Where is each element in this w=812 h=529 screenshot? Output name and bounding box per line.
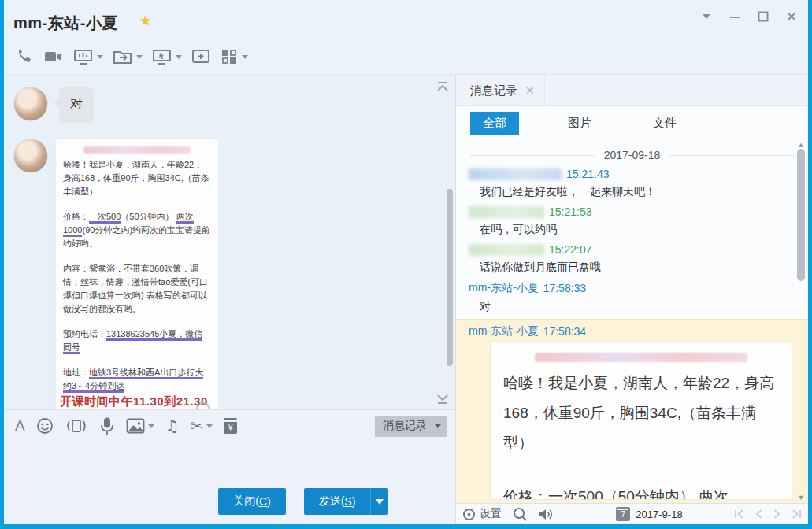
message-time: 15:22:07 (549, 243, 592, 256)
filter-tab-files[interactable]: 文件 (640, 112, 689, 135)
avatar[interactable] (13, 139, 48, 173)
preview-greeting: 哈喽！我是小夏，湖南人，年龄22，身高168，体重90斤，胸围34C,（苗条丰满… (503, 368, 779, 458)
message-input[interactable] (4, 442, 455, 482)
chat-scrollbar[interactable] (447, 189, 453, 366)
music-icon[interactable]: ♫ (165, 416, 180, 435)
history-tab[interactable]: 消息记录 ✕ (456, 75, 545, 106)
settings-button[interactable]: 设置 (462, 507, 502, 521)
vip-star-icon: ★ (139, 13, 151, 29)
remote-desktop-icon[interactable] (152, 47, 182, 66)
font-style-icon[interactable]: A (15, 417, 25, 435)
window-shake-icon[interactable] (65, 417, 88, 435)
screenshot-caret[interactable] (206, 424, 213, 428)
screen-share-caret[interactable] (97, 55, 103, 59)
avatar[interactable] (13, 87, 48, 121)
redacted-name (469, 206, 544, 218)
jump-to-bottom-icon[interactable] (436, 394, 449, 405)
speaker-icon[interactable] (538, 508, 554, 521)
create-group-icon[interactable] (191, 47, 210, 66)
image-icon[interactable] (126, 417, 154, 435)
ad-image-message[interactable]: 哈喽！我是小夏，湖南人，年龄22，身高168，体重90斤，胸围34C,（苗条丰满… (56, 139, 218, 442)
qq-chat-window: mm-东站-小夏 ★ (0, 0, 812, 529)
redacted-name (469, 168, 562, 180)
card-schedule: 开课时间中午11.30到21.30 (60, 394, 211, 408)
close-icon[interactable] (781, 6, 802, 27)
first-page-icon[interactable] (734, 509, 744, 519)
history-toggle-caret (435, 424, 441, 428)
jump-to-top-icon[interactable] (436, 81, 449, 92)
price-once: 一次500 (89, 212, 121, 224)
ad-image-preview[interactable]: 哈喽！我是小夏，湖南人，年龄22，身高168，体重90斤，胸围34C,（苗条丰满… (491, 342, 792, 499)
next-page-icon[interactable] (773, 509, 780, 519)
redacted-name (469, 244, 544, 256)
message-text: 对 (480, 297, 808, 316)
scrollbar-thumb[interactable] (797, 149, 805, 281)
microphone-icon[interactable] (99, 416, 115, 435)
remote-desktop-caret[interactable] (176, 55, 182, 59)
window-menu-icon[interactable] (696, 6, 717, 27)
minimize-icon[interactable] (725, 6, 745, 27)
censored-header (83, 146, 191, 154)
chat-message: 哈喽！我是小夏，湖南人，年龄22，身高168，体重90斤，胸围34C,（苗条丰满… (13, 139, 218, 442)
screen-share-icon[interactable] (73, 47, 103, 66)
card-content: 内容：鸳鸯浴，不带套360吹箫，调情，丝袜，情趣，激情带tao爱爱(可口爆但口爆… (63, 262, 211, 316)
scroll-up-icon[interactable]: ▲ (797, 141, 805, 149)
filter-tab-images[interactable]: 图片 (555, 112, 604, 135)
screenshot-icon[interactable]: ✂ (191, 416, 213, 435)
message-sender: mm-东站-小夏 (469, 324, 539, 338)
card-greeting: 哈喽！我是小夏，湖南人，年龄22，身高168，体重90斤，胸围34C,（苗条丰满… (63, 158, 211, 198)
message-text: 在吗，可以约吗 (480, 220, 808, 239)
maximize-icon[interactable] (753, 6, 773, 27)
message-time: 17:58:33 (543, 282, 587, 294)
history-message-list[interactable]: 2017-09-18 15:21:43 我们已经是好友啦，一起来聊天吧！ 15:… (456, 139, 808, 503)
chat-toolbar (4, 39, 808, 75)
preview-price-line: 价格：一次500（50分钟内） 两次1000(90分钟之内)约两次的宝宝请提前约… (503, 482, 779, 499)
window-title: mm-东站-小夏 (13, 13, 118, 34)
message-text: 话说你做到月底而已盘哦 (480, 257, 808, 276)
history-message: 15:22:07 话说你做到月底而已盘哦 (456, 243, 808, 276)
message-sender: mm-东站-小夏 (469, 281, 539, 295)
history-message: mm-东站-小夏17:58:33 对 (456, 281, 808, 316)
message-text: 我们已经是好友啦，一起来聊天吧！ (480, 182, 808, 201)
send-file-caret[interactable] (136, 55, 143, 59)
image-caret[interactable] (148, 424, 154, 428)
history-tab-close-icon[interactable]: ✕ (525, 84, 535, 97)
history-scrollbar[interactable]: ▲ ▼ (795, 139, 806, 503)
statusbar-date[interactable]: 2017-9-18 (636, 509, 682, 520)
message-time: 15:21:43 (566, 168, 610, 180)
title-bar: mm-东站-小夏 ★ (4, 0, 808, 39)
search-icon[interactable] (513, 507, 527, 521)
voice-call-icon[interactable] (15, 47, 34, 66)
prev-page-icon[interactable] (755, 509, 762, 519)
apps-icon[interactable] (220, 47, 248, 66)
history-toggle-button[interactable]: 消息记录 (375, 416, 447, 437)
date-divider: 2017-09-18 (470, 149, 794, 161)
history-panel: 消息记录 ✕ 全部 图片 文件 2017-09-18 15:21:43 我们已经… (455, 75, 808, 524)
history-message: 15:21:53 在吗，可以约吗 (456, 205, 808, 239)
censored-header (535, 353, 747, 362)
history-message: 15:21:43 我们已经是好友啦，一起来聊天吧！ (456, 168, 808, 201)
send-options-button[interactable] (370, 488, 388, 515)
chat-message-area[interactable]: 对 哈喽！我是小夏，湖南人，年龄22，身高168，体重90斤，胸围34C,（苗条… (4, 75, 455, 409)
filter-tab-all[interactable]: 全部 (470, 112, 519, 135)
send-button[interactable]: 发送(S) (304, 488, 370, 515)
red-packet-icon[interactable]: ¥ (224, 418, 237, 434)
emoji-icon[interactable] (36, 417, 54, 435)
calendar-icon[interactable]: 7 (616, 507, 630, 521)
highlighted-message: mm-东站-小夏17:58:34 哈喽！我是小夏，湖南人，年龄22，身高168，… (456, 319, 808, 503)
composer: A ♫ ✂ ¥ (4, 409, 455, 524)
apps-caret[interactable] (242, 55, 248, 59)
history-statusbar: 设置 7 2017-9-18 (456, 503, 808, 524)
scroll-down-icon[interactable]: ▼ (797, 494, 805, 501)
send-file-icon[interactable] (113, 47, 143, 66)
card-phone-line: 预约电话：13138623545小夏，微信同号 (63, 327, 211, 354)
card-price-line: 价格：一次500（50分钟内） 两次1000(90分钟之内)约两次的宝宝请提前约… (63, 210, 211, 250)
message-bubble[interactable]: 对 (59, 87, 94, 123)
close-button[interactable]: 关闭(C) (218, 488, 286, 515)
video-call-icon[interactable] (43, 47, 64, 66)
chat-message: 对 (13, 87, 94, 123)
last-page-icon[interactable] (792, 509, 802, 519)
message-time: 15:21:53 (549, 205, 592, 218)
message-time: 17:58:34 (543, 325, 587, 338)
card-address-line: 地址：地铁3号线林和西A出口步行大约3～4分钟到达 (63, 366, 211, 393)
